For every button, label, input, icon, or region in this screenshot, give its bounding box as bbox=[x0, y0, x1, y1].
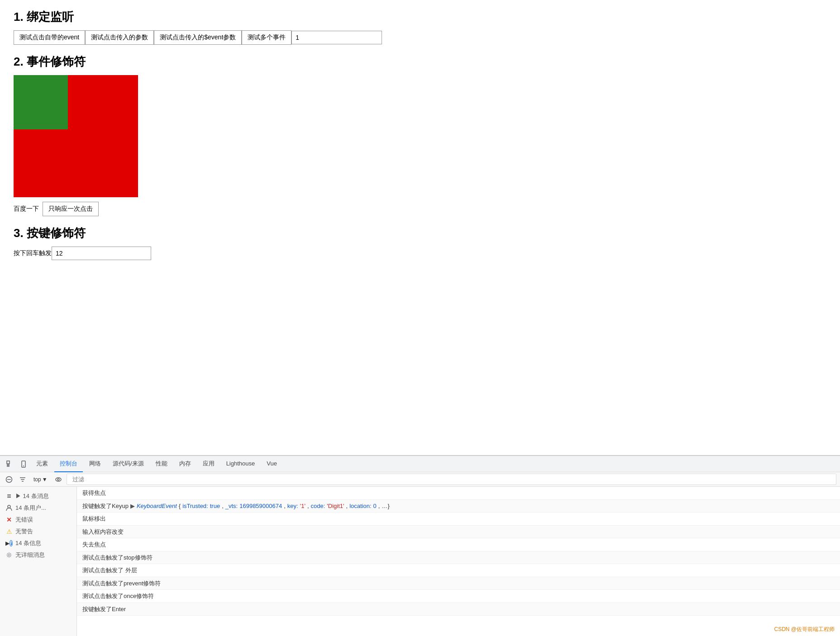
log-text-focus: 获得焦点 bbox=[82, 489, 106, 498]
list-icon: ≡ bbox=[5, 493, 13, 500]
filter-box[interactable] bbox=[67, 474, 836, 485]
error-icon: ✕ bbox=[5, 516, 13, 523]
inspect-icon[interactable] bbox=[4, 458, 16, 470]
btn-multi-event[interactable]: 测试多个事件 bbox=[242, 30, 291, 45]
tab-vue[interactable]: Vue bbox=[261, 456, 282, 472]
devtools-body: ≡ ▶ 14 条消息 14 条用户... ✕ 无错误 ⚠ 无警告 bbox=[0, 487, 840, 636]
multi-event-input[interactable] bbox=[291, 31, 382, 44]
devtools-panel: 元素 控制台 网络 源代码/来源 性能 内存 应用 Lighthouse Vue… bbox=[0, 455, 840, 636]
tab-network[interactable]: 网络 bbox=[84, 456, 106, 472]
prop-isTrusted: isTrusted: bbox=[182, 502, 208, 511]
info-label: 14 条信息 bbox=[15, 539, 41, 547]
log-entry-change: 输入框内容改变 bbox=[77, 526, 840, 539]
once-btn[interactable]: 只响应一次点击 bbox=[43, 202, 99, 216]
filter-input[interactable] bbox=[71, 475, 832, 484]
section1-buttons: 测试点击自带的event 测试点击传入的参数 测试点击传入的$event参数 测… bbox=[14, 30, 826, 45]
log-entry-prevent: 测试点击触发了prevent修饰符 bbox=[77, 577, 840, 590]
section3-label: 按下回车触发 bbox=[14, 249, 52, 257]
mobile-icon[interactable] bbox=[17, 458, 30, 470]
warn-icon: ⚠ bbox=[5, 528, 13, 535]
log-entry-blur: 失去焦点 bbox=[77, 538, 840, 551]
tab-memory[interactable]: 内存 bbox=[174, 456, 196, 472]
color-box-container[interactable] bbox=[14, 75, 138, 197]
tab-performance[interactable]: 性能 bbox=[150, 456, 173, 472]
prop-vts: _vts: bbox=[225, 502, 238, 511]
filter-icon[interactable] bbox=[17, 474, 28, 485]
val-isTrusted: true bbox=[210, 502, 220, 511]
log-text-stop: 测试点击触发了stop修饰符 bbox=[82, 553, 153, 562]
expand-arrow-icon[interactable]: ▶ bbox=[130, 502, 135, 511]
sidebar-user[interactable]: 14 条用户... bbox=[0, 502, 76, 514]
sidebar-warnings[interactable]: ⚠ 无警告 bbox=[0, 526, 76, 537]
prop-key: key: bbox=[287, 502, 298, 511]
svg-point-13 bbox=[8, 505, 10, 508]
section2-footer: 百度一下 只响应一次点击 bbox=[14, 202, 826, 216]
svg-point-11 bbox=[56, 478, 61, 481]
keyup-label: 按键触发了Keyup bbox=[82, 502, 129, 511]
devtools-sidebar: ≡ ▶ 14 条消息 14 条用户... ✕ 无错误 ⚠ 无警告 bbox=[0, 487, 77, 636]
user-label: 14 条用户... bbox=[15, 504, 46, 512]
val-vts: 1699859000674 bbox=[239, 502, 282, 511]
svg-rect-4 bbox=[22, 461, 25, 467]
enter-input[interactable] bbox=[52, 247, 151, 260]
sidebar-messages[interactable]: ≡ ▶ 14 条消息 bbox=[0, 490, 76, 502]
log-entry-focus: 获得焦点 bbox=[77, 487, 840, 500]
verbose-label: 无详细消息 bbox=[15, 551, 45, 559]
section3-title: 3. 按键修饰符 bbox=[14, 225, 826, 241]
svg-point-14 bbox=[8, 554, 10, 556]
log-text-mouseout: 鼠标移出 bbox=[82, 514, 106, 523]
dropdown-arrow-icon: ▼ bbox=[42, 476, 48, 483]
log-text-enter: 按键触发了Enter bbox=[82, 605, 126, 614]
tab-sources[interactable]: 源代码/来源 bbox=[107, 456, 149, 472]
log-entry-mouseout: 鼠标移出 bbox=[77, 513, 840, 526]
top-label: top bbox=[33, 476, 41, 483]
sidebar-errors[interactable]: ✕ 无错误 bbox=[0, 514, 76, 526]
log-entry-once: 测试点击触发了once修饰符 bbox=[77, 590, 840, 603]
log-text-prevent: 测试点击触发了prevent修饰符 bbox=[82, 579, 161, 588]
btn-event[interactable]: 测试点击自带的event bbox=[14, 30, 85, 45]
devtools-log: 获得焦点 按键触发了Keyup ▶ KeyboardEvent { isTrus… bbox=[77, 487, 840, 636]
log-entry-outer: 测试点击触发了 外层 bbox=[77, 564, 840, 577]
section3-row: 按下回车触发 bbox=[14, 247, 826, 260]
log-entry-keyup: 按键触发了Keyup ▶ KeyboardEvent { isTrusted: … bbox=[77, 500, 840, 513]
btn-param[interactable]: 测试点击传入的参数 bbox=[85, 30, 154, 45]
warnings-label: 无警告 bbox=[15, 527, 33, 536]
val-key: '1' bbox=[300, 502, 305, 511]
main-content: 1. 绑定监听 测试点击自带的event 测试点击传入的参数 测试点击传入的$e… bbox=[0, 0, 840, 283]
clear-btn[interactable] bbox=[4, 474, 14, 485]
svg-point-12 bbox=[57, 479, 59, 480]
btn-dollar-event[interactable]: 测试点击传入的$event参数 bbox=[154, 30, 242, 45]
gear-icon bbox=[5, 551, 13, 559]
log-text-once: 测试点击触发了once修饰符 bbox=[82, 592, 154, 601]
section2-title: 2. 事件修饰符 bbox=[14, 54, 826, 70]
tab-elements[interactable]: 元素 bbox=[31, 456, 53, 472]
svg-rect-0 bbox=[7, 461, 10, 464]
eye-icon[interactable] bbox=[53, 474, 64, 485]
log-text-blur: 失去焦点 bbox=[82, 540, 106, 549]
tab-lighthouse[interactable]: Lighthouse bbox=[221, 456, 261, 472]
prop-code: code: bbox=[311, 502, 325, 511]
val-location: 0 bbox=[373, 502, 377, 511]
sidebar-info[interactable]: ▶ ℹ 14 条信息 bbox=[0, 537, 76, 549]
devtools-tab-bar: 元素 控制台 网络 源代码/来源 性能 内存 应用 Lighthouse Vue bbox=[0, 456, 840, 472]
user-icon bbox=[5, 504, 13, 512]
devtools-toolbar: top ▼ bbox=[0, 472, 840, 487]
messages-label: ▶ 14 条消息 bbox=[15, 492, 49, 500]
log-text-outer: 测试点击触发了 外层 bbox=[82, 566, 137, 575]
tab-application[interactable]: 应用 bbox=[197, 456, 220, 472]
section1-title: 1. 绑定监听 bbox=[14, 9, 826, 25]
errors-label: 无错误 bbox=[15, 516, 33, 524]
keyboard-event-keyword: KeyboardEvent bbox=[137, 502, 177, 511]
tab-console[interactable]: 控制台 bbox=[54, 456, 83, 472]
sidebar-verbose[interactable]: 无详细消息 bbox=[0, 549, 76, 561]
ellipsis: …} bbox=[382, 502, 389, 511]
val-code: 'Digit1' bbox=[327, 502, 344, 511]
log-entry-stop: 测试点击触发了stop修饰符 bbox=[77, 551, 840, 565]
green-box[interactable] bbox=[14, 75, 68, 129]
watermark: CSDN @佐哥前端工程师 bbox=[774, 626, 835, 633]
log-text-change: 输入框内容改变 bbox=[82, 527, 124, 536]
context-dropdown[interactable]: top ▼ bbox=[31, 475, 50, 484]
log-entry-enter: 按键触发了Enter bbox=[77, 603, 840, 616]
brace-open: { bbox=[179, 502, 181, 511]
baidu-text: 百度一下 bbox=[14, 205, 39, 213]
